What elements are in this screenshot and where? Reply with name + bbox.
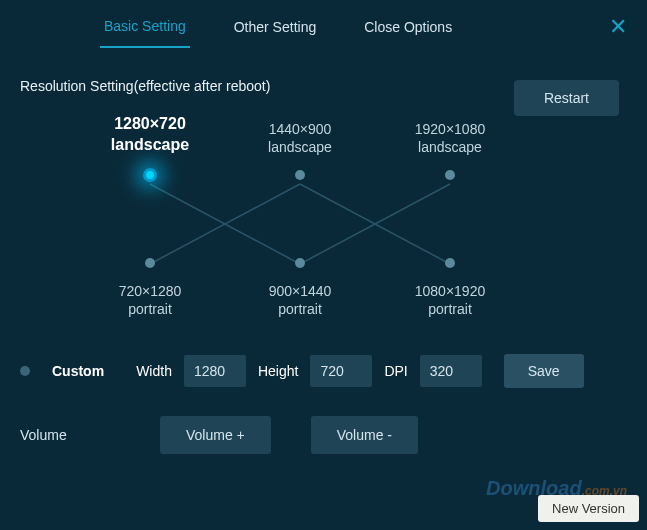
tabs-bar: Basic Setting Other Setting Close Option… (0, 0, 647, 48)
resolution-size: 1920×1080 (415, 121, 485, 137)
dpi-label: DPI (384, 363, 407, 379)
dpi-input[interactable] (420, 355, 482, 387)
volume-label: Volume (20, 427, 120, 443)
volume-plus-button[interactable]: Volume + (160, 416, 271, 454)
resolution-orient: landscape (418, 139, 482, 155)
resolution-orient: landscape (268, 139, 332, 155)
resolution-orient: portrait (278, 301, 322, 317)
resolution-1440x900-landscape[interactable]: 1440×900 landscape (230, 120, 370, 194)
resolution-size: 900×1440 (269, 283, 332, 299)
width-label: Width (136, 363, 172, 379)
radio-dot-icon (295, 258, 305, 268)
restart-button[interactable]: Restart (514, 80, 619, 116)
height-input[interactable] (310, 355, 372, 387)
height-label: Height (258, 363, 298, 379)
tab-basic-setting[interactable]: Basic Setting (100, 10, 190, 48)
custom-resolution-row: Custom Width Height DPI Save (0, 334, 647, 398)
resolution-size: 1080×1920 (415, 283, 485, 299)
resolution-1280x720-landscape[interactable]: 1280×720 landscape (80, 114, 220, 194)
resolution-orient: portrait (428, 301, 472, 317)
close-icon[interactable]: ✕ (609, 14, 627, 40)
tab-close-options[interactable]: Close Options (360, 11, 456, 47)
resolution-orient: portrait (128, 301, 172, 317)
new-version-button[interactable]: New Version (538, 495, 639, 522)
custom-label: Custom (52, 363, 104, 379)
resolution-selector: 1280×720 landscape 1440×900 landscape 19… (20, 114, 627, 334)
volume-row: Volume Volume + Volume - (0, 398, 647, 472)
radio-dot-icon (143, 168, 157, 182)
radio-dot-icon (295, 170, 305, 180)
tab-other-setting[interactable]: Other Setting (230, 11, 321, 47)
width-input[interactable] (184, 355, 246, 387)
resolution-size: 1440×900 (269, 121, 332, 137)
radio-dot-icon (145, 258, 155, 268)
resolution-size: 1280×720 (80, 114, 220, 135)
resolution-1920x1080-landscape[interactable]: 1920×1080 landscape (380, 120, 520, 194)
custom-radio-icon[interactable] (20, 366, 30, 376)
resolution-orient: landscape (80, 135, 220, 156)
radio-dot-icon (445, 170, 455, 180)
resolution-1080x1920-portrait[interactable]: 1080×1920 portrait (380, 244, 520, 318)
resolution-size: 720×1280 (119, 283, 182, 299)
resolution-900x1440-portrait[interactable]: 900×1440 portrait (230, 244, 370, 318)
radio-dot-icon (445, 258, 455, 268)
volume-minus-button[interactable]: Volume - (311, 416, 418, 454)
save-button[interactable]: Save (504, 354, 584, 388)
resolution-720x1280-portrait[interactable]: 720×1280 portrait (80, 244, 220, 318)
